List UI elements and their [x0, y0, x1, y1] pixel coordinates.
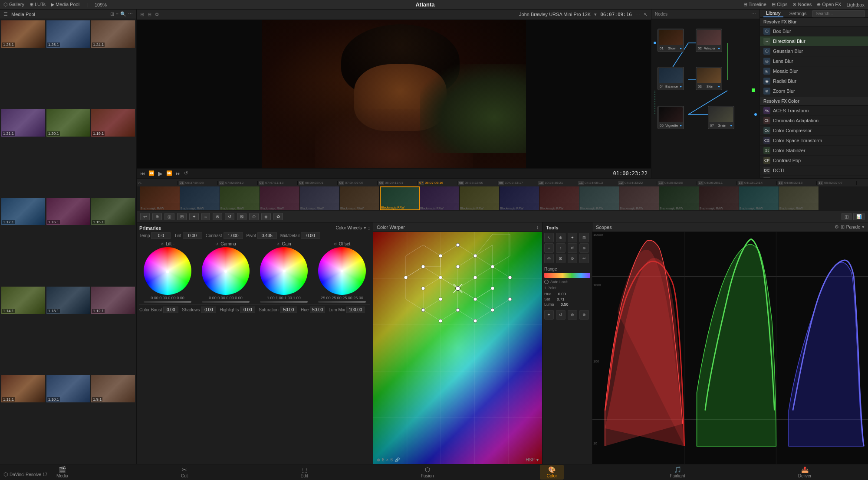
cursor-tool[interactable]: ↖: [644, 12, 648, 17]
warper-canvas[interactable]: ⊕ 6 × 6 🔗 HSP ▾: [373, 232, 542, 464]
fx-item-gaussian-blur[interactable]: ⬡ Gaussian Blur: [760, 46, 868, 56]
color-boost-input[interactable]: [163, 307, 178, 313]
tool-btn-11[interactable]: ⊙: [568, 254, 577, 263]
list-item[interactable]: 1.9.1: [91, 375, 135, 402]
node-grain[interactable]: 07 Grain ●: [708, 106, 734, 129]
cursor-tool-btn[interactable]: ↖: [544, 233, 554, 242]
bottom-tool-3[interactable]: ⊕: [568, 310, 577, 320]
more-media-btn[interactable]: ⋯: [128, 11, 133, 17]
gamma-slider[interactable]: [202, 301, 250, 303]
clip-item[interactable]: Blackmagic RAW: [539, 186, 579, 210]
fx-item-chromatic[interactable]: Ch Chromatic Adaptation: [760, 116, 868, 126]
nav-fairlight[interactable]: 🎵 Fairlight: [663, 465, 692, 480]
scope-view-btn[interactable]: ◫: [842, 213, 852, 220]
clip-item[interactable]: Blackmagic RAW: [619, 186, 659, 210]
clip-item[interactable]: Blackmagic RAW: [140, 186, 180, 210]
scope-settings-btn[interactable]: ⚙: [835, 224, 839, 230]
play-btn[interactable]: ▶: [158, 170, 163, 177]
color-wheels-dropdown[interactable]: Color Wheels: [335, 225, 362, 230]
clips-btn[interactable]: ⊟ Clips: [772, 2, 788, 7]
scope-type-dropdown[interactable]: Parade: [846, 225, 860, 229]
nodes-btn[interactable]: ⊗ Nodes: [792, 2, 812, 7]
offset-reset[interactable]: ↺: [334, 242, 337, 246]
color-tool-7[interactable]: ⊗: [213, 213, 222, 220]
list-item[interactable]: 1.26.1: [1, 20, 45, 48]
list-item[interactable]: 1.10.1: [46, 375, 90, 402]
clip-item[interactable]: Blackmagic RAW: [180, 186, 220, 210]
clip-item[interactable]: Blackmagic RAW: [340, 186, 380, 210]
tool-btn-12[interactable]: ↩: [579, 254, 589, 263]
temp-input[interactable]: [151, 232, 171, 239]
fx-item-mosaic-blur[interactable]: ⊞ Mosaic Blur: [760, 66, 868, 76]
nodes-more-btn[interactable]: ⋯: [751, 11, 756, 17]
hue-input[interactable]: [310, 307, 325, 313]
fx-item-dehaze[interactable]: Dh Dehaze: [760, 176, 868, 178]
warper-ctrl-1[interactable]: ⊕: [377, 457, 380, 462]
fx-item-zoom-blur[interactable]: ⊕ Zoom Blur: [760, 86, 868, 96]
dropdown-chevron[interactable]: ▾: [364, 225, 366, 231]
list-item[interactable]: 1.21.1: [1, 109, 45, 137]
list-item[interactable]: 1.20.1: [46, 109, 90, 137]
tint-input[interactable]: [183, 232, 202, 239]
pivot-input[interactable]: [257, 232, 277, 239]
fx-item-contrast-pop[interactable]: CP Contrast Pop: [760, 156, 868, 166]
gamma-reset[interactable]: ↺: [215, 242, 219, 246]
tool-btn-6[interactable]: ↕: [556, 243, 566, 253]
tool-btn-9[interactable]: ◎: [544, 254, 554, 263]
color-tool-8[interactable]: ↺: [225, 213, 234, 220]
fx-item-color-space[interactable]: CS Color Space Transform: [760, 136, 868, 146]
node-warper[interactable]: 02 Warper ●: [696, 29, 722, 52]
tool-btn-10[interactable]: ⊠: [556, 254, 566, 263]
clip-item[interactable]: Blackmagic RAW: [779, 186, 819, 210]
nav-edit[interactable]: ⬚ Edit: [294, 465, 315, 480]
gain-slider[interactable]: [260, 301, 308, 303]
color-tool-4[interactable]: ⊞: [177, 213, 187, 220]
clip-item[interactable]: Blackmagic RAW: [460, 186, 500, 210]
eyedropper-btn[interactable]: ✦: [568, 233, 577, 242]
tool-btn-5[interactable]: ↔: [544, 243, 554, 253]
dropdown-arrow[interactable]: ▾: [594, 12, 597, 17]
list-item[interactable]: 1.25.1: [46, 20, 90, 48]
color-tool-12[interactable]: ✿: [273, 213, 283, 220]
lift-slider[interactable]: [144, 301, 191, 303]
lift-reset[interactable]: ↺: [161, 242, 164, 246]
node-glow[interactable]: 01 Glow ●: [658, 29, 684, 52]
tool-btn-7[interactable]: ↺: [568, 243, 577, 253]
loop-btn[interactable]: ↺: [184, 170, 188, 176]
mid-detail-input[interactable]: [301, 232, 320, 239]
gallery-btn[interactable]: ⬡ Gallery: [3, 2, 24, 7]
primaries-expand-btn[interactable]: ↕: [368, 225, 371, 231]
color-tool-5[interactable]: ✦: [189, 213, 199, 220]
list-view-btn[interactable]: ⊞: [110, 11, 114, 17]
color-tool-9[interactable]: ⊠: [237, 213, 247, 220]
fx-item-color-compressor[interactable]: Co Color Compressor: [760, 126, 868, 136]
list-item[interactable]: 1.17.1: [1, 198, 45, 225]
color-tool-2[interactable]: ⊕: [152, 213, 162, 220]
list-item[interactable]: 1.14.1: [1, 287, 45, 314]
warper-btn1[interactable]: ↕: [536, 225, 539, 230]
hsp-dropdown[interactable]: ▾: [536, 457, 539, 462]
fx-item-radial-blur[interactable]: ◉ Radial Blur: [760, 76, 868, 86]
tool-btn-4[interactable]: ⊞: [579, 233, 589, 242]
clip-item[interactable]: Blackmagic RAW: [220, 186, 260, 210]
clip-item[interactable]: Blackmagic RAW: [300, 186, 340, 210]
list-item[interactable]: 1.24.1: [91, 20, 135, 48]
bottom-tool-1[interactable]: ✦: [544, 310, 554, 320]
fx-item-box-blur[interactable]: ⬡ Box Blur: [760, 26, 868, 36]
zoom-control[interactable]: 109%: [95, 2, 107, 7]
gamma-color-wheel[interactable]: [202, 247, 250, 295]
nav-deliver[interactable]: 📤 Deliver: [791, 465, 819, 480]
clip-item-active[interactable]: Blackmagic RAW: [380, 186, 420, 210]
fx-item-color-stabilizer[interactable]: St Color Stabilizer: [760, 146, 868, 156]
nav-color[interactable]: 🎨 Color: [540, 465, 564, 480]
search-media-btn[interactable]: 🔍: [120, 11, 126, 17]
fx-item-directional-blur[interactable]: ↔ Directional Blur: [760, 36, 868, 46]
clip-item[interactable]: Blackmagic RAW: [739, 186, 779, 210]
scope-dropdown-arrow[interactable]: ▾: [862, 224, 865, 230]
auto-lock-toggle[interactable]: [544, 280, 549, 284]
list-item[interactable]: 1.13.1: [46, 287, 90, 314]
color-tool-1[interactable]: ↩: [140, 213, 150, 220]
clip-item[interactable]: Blackmagic RAW: [659, 186, 699, 210]
color-tool-6[interactable]: ≈: [201, 213, 210, 220]
warper-ctrl-x[interactable]: ×: [386, 457, 389, 462]
